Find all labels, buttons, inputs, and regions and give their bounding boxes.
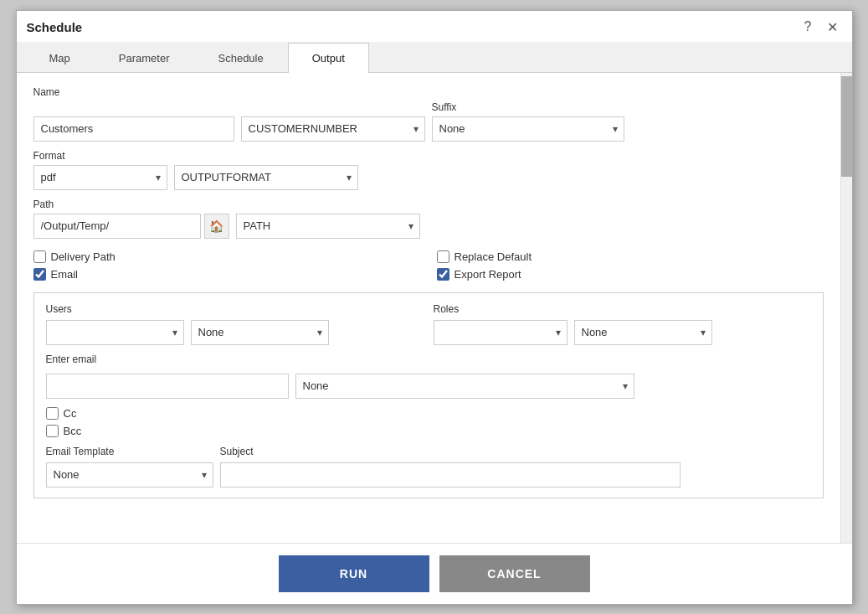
format-select[interactable]: pdf	[33, 165, 167, 190]
roles-group: Roles None	[434, 303, 811, 345]
users-group: Users None	[46, 303, 424, 345]
enter-email-input[interactable]	[46, 374, 289, 399]
email-input[interactable]	[33, 268, 46, 281]
users-none-select[interactable]: None	[191, 320, 329, 345]
user-none-wrap: None	[191, 320, 329, 345]
users-select[interactable]	[46, 320, 184, 345]
cc-checkbox[interactable]: Cc	[46, 407, 811, 420]
cc-bcc-section: Cc Bcc	[46, 407, 811, 437]
name-label: Name	[33, 86, 824, 98]
tab-map[interactable]: Map	[25, 43, 95, 73]
path-select-wrap: PATH	[236, 214, 420, 239]
bcc-checkbox[interactable]: Bcc	[46, 425, 811, 437]
tab-schedule[interactable]: Schedule	[194, 43, 288, 73]
subject-group: Subject	[220, 446, 681, 488]
titlebar: Schedule ? ✕	[17, 11, 852, 42]
tab-parameter[interactable]: Parameter	[95, 43, 194, 73]
path-label: Path	[33, 199, 824, 210]
tab-output[interactable]: Output	[288, 43, 369, 73]
export-report-checkbox[interactable]: Export Report	[437, 268, 824, 281]
tabs-bar: Map Parameter Schedule Output	[17, 42, 852, 73]
email-section: Users None	[33, 292, 824, 498]
suffix-label: Suffix	[432, 101, 624, 113]
user-select-wrap	[46, 320, 184, 345]
email-none-select[interactable]: None	[295, 374, 634, 399]
email-label: Email	[51, 268, 79, 281]
users-row-selects: None	[46, 320, 424, 345]
email-checkbox[interactable]: Email	[33, 268, 420, 281]
replace-default-checkbox[interactable]: Replace Default	[437, 250, 824, 263]
checkboxes-section: Delivery Path Replace Default Email Expo…	[33, 250, 824, 281]
dialog-footer: RUN CANCEL	[17, 543, 852, 604]
home-button[interactable]: 🏠	[204, 214, 229, 239]
suffix-select[interactable]: None	[432, 116, 624, 142]
cc-label: Cc	[64, 407, 77, 420]
format-label: Format	[33, 150, 824, 162]
delivery-path-checkbox[interactable]: Delivery Path	[33, 250, 420, 263]
subject-input[interactable]	[220, 462, 681, 488]
run-button[interactable]: RUN	[279, 555, 429, 592]
path-select[interactable]: PATH	[236, 214, 420, 239]
suffix-select-wrap: None	[432, 116, 624, 142]
dialog-wrapper: Schedule ? ✕ Map Parameter Schedule Outp…	[0, 0, 868, 614]
email-template-row: Email Template None Subject	[46, 446, 811, 488]
path-row: 🏠 PATH	[33, 214, 824, 239]
scrollbar-thumb[interactable]	[841, 76, 852, 177]
email-template-select[interactable]: None	[46, 462, 213, 488]
bcc-input[interactable]	[46, 425, 59, 437]
bcc-label: Bcc	[64, 425, 82, 437]
cc-input[interactable]	[46, 407, 59, 420]
delivery-path-input[interactable]	[33, 250, 46, 263]
users-roles-row: Users None	[46, 303, 811, 345]
name-input[interactable]	[33, 116, 234, 142]
help-button[interactable]: ?	[800, 18, 816, 36]
scrollbar-track[interactable]	[840, 73, 852, 543]
enter-email-row: None	[46, 374, 811, 399]
roles-select-wrap	[434, 320, 568, 345]
roles-none-wrap: None	[574, 320, 712, 345]
schedule-dialog: Schedule ? ✕ Map Parameter Schedule Outp…	[16, 10, 853, 605]
cancel-button[interactable]: CANCEL	[439, 555, 590, 592]
subject-label: Subject	[220, 446, 681, 457]
customernumber-select[interactable]: CUSTOMERNUMBER	[241, 116, 425, 142]
outputformat-select[interactable]: OUTPUTFORMAT	[174, 165, 358, 190]
customernumber-select-wrap: CUSTOMERNUMBER	[241, 116, 425, 142]
roles-label: Roles	[434, 303, 811, 315]
dialog-title: Schedule	[27, 20, 83, 34]
format-select-wrap: pdf	[33, 165, 167, 190]
template-select-wrap: None	[46, 462, 213, 488]
name-row: CUSTOMERNUMBER Suffix None	[33, 101, 824, 142]
close-button[interactable]: ✕	[823, 18, 842, 37]
roles-row-selects: None	[434, 320, 811, 345]
replace-default-label: Replace Default	[455, 250, 532, 263]
format-row: pdf OUTPUTFORMAT	[33, 165, 824, 190]
name-group	[33, 116, 234, 142]
export-report-label: Export Report	[455, 268, 521, 281]
roles-none-select[interactable]: None	[574, 320, 712, 345]
titlebar-actions: ? ✕	[800, 18, 842, 37]
suffix-group: Suffix None	[432, 101, 624, 142]
enter-email-label: Enter email	[46, 353, 811, 365]
export-report-input[interactable]	[437, 268, 449, 281]
template-group: Email Template None	[46, 446, 213, 488]
outputformat-select-wrap: OUTPUTFORMAT	[174, 165, 358, 190]
dialog-body: Name CUSTOMERNUMBER Suffix	[17, 73, 840, 543]
replace-default-input[interactable]	[437, 250, 449, 263]
path-input[interactable]	[33, 214, 201, 239]
email-none-wrap: None	[295, 374, 634, 399]
delivery-path-label: Delivery Path	[51, 250, 116, 263]
email-template-label: Email Template	[46, 446, 213, 457]
users-label: Users	[46, 303, 424, 315]
roles-select[interactable]	[434, 320, 568, 345]
